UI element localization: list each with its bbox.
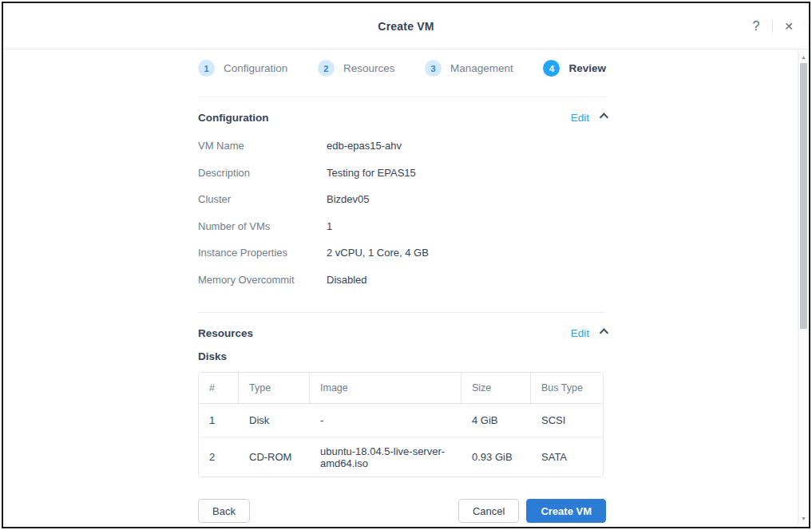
- create-vm-dialog: Create VM ? ✕ 1 Configuration 2 Resource…: [2, 2, 810, 528]
- dialog-titlebar: Create VM ? ✕: [3, 3, 809, 49]
- disks-table-header-row: # Type Image Size Bus Type: [199, 373, 603, 404]
- column-header-image: Image: [310, 373, 461, 404]
- column-header-bus-type: Bus Type: [531, 373, 603, 404]
- field-row-description: Description Testing for EPAS15: [198, 160, 606, 187]
- step-3-label: Management: [450, 62, 513, 74]
- cell-number: 2: [199, 437, 239, 477]
- field-value: edb-epas15-ahv: [327, 140, 606, 152]
- vertical-scrollbar[interactable]: ▲ ▼: [798, 49, 809, 525]
- titlebar-separator: [772, 20, 773, 33]
- resources-section-title: Resources: [198, 327, 253, 339]
- field-row-vm-name: VM Name edb-epas15-ahv: [198, 132, 606, 160]
- cancel-button[interactable]: Cancel: [458, 499, 519, 523]
- resources-section-header: Resources Edit: [198, 325, 606, 341]
- field-value: 1: [327, 220, 606, 232]
- step-2-label: Resources: [343, 62, 395, 74]
- scroll-up-icon[interactable]: ▲: [798, 50, 809, 63]
- field-value: Disabled: [327, 274, 606, 286]
- cell-bus-type: SCSI: [531, 404, 603, 437]
- table-row: 1 Disk - 4 GiB SCSI: [199, 404, 603, 437]
- step-management[interactable]: 3 Management: [425, 60, 513, 77]
- cell-bus-type: SATA: [531, 437, 603, 477]
- step-1-label: Configuration: [224, 62, 287, 74]
- cell-size: 0.93 GiB: [461, 437, 531, 477]
- cell-type: Disk: [239, 404, 310, 437]
- configuration-summary: VM Name edb-epas15-ahv Description Testi…: [198, 132, 606, 293]
- configuration-edit-link[interactable]: Edit: [571, 112, 589, 124]
- step-2-badge: 2: [318, 60, 335, 77]
- cell-type: CD-ROM: [239, 437, 310, 477]
- step-resources[interactable]: 2 Resources: [318, 60, 395, 77]
- step-configuration[interactable]: 1 Configuration: [198, 60, 287, 77]
- cell-image: ubuntu-18.04.5-live-server-amd64.iso: [310, 437, 461, 477]
- column-header-size: Size: [461, 373, 531, 404]
- step-4-badge: 4: [543, 60, 560, 77]
- dialog-footer: Back Cancel Create VM: [198, 499, 606, 523]
- create-vm-button[interactable]: Create VM: [526, 499, 606, 523]
- field-row-cluster: Cluster Bizdev05: [198, 186, 606, 213]
- field-value: Bizdev05: [327, 193, 606, 205]
- wizard-stepper: 1 Configuration 2 Resources 3 Management…: [198, 59, 606, 77]
- configuration-section-title: Configuration: [198, 112, 268, 124]
- configuration-section-header: Configuration Edit: [198, 109, 606, 125]
- field-label: Memory Overcommit: [198, 274, 327, 286]
- step-3-badge: 3: [425, 60, 442, 77]
- cell-number: 1: [199, 404, 239, 437]
- back-button[interactable]: Back: [198, 499, 250, 523]
- scrollbar-thumb[interactable]: [800, 63, 807, 329]
- cell-size: 4 GiB: [461, 404, 531, 437]
- field-label: Number of VMs: [198, 220, 327, 232]
- cell-image: -: [310, 404, 461, 437]
- step-4-label: Review: [568, 62, 606, 74]
- field-row-number-of-vms: Number of VMs 1: [198, 213, 606, 240]
- close-icon[interactable]: ✕: [782, 21, 796, 32]
- step-1-badge: 1: [198, 60, 215, 77]
- field-value: Testing for EPAS15: [327, 167, 606, 179]
- titlebar-controls: ? ✕: [749, 3, 796, 49]
- field-label: Instance Properties: [198, 247, 327, 259]
- chevron-up-icon[interactable]: [600, 113, 608, 121]
- dialog-body: 1 Configuration 2 Resources 3 Management…: [3, 49, 809, 525]
- resources-edit-link[interactable]: Edit: [571, 327, 589, 339]
- column-header-number: #: [199, 373, 239, 404]
- dialog-title: Create VM: [378, 20, 434, 33]
- field-row-memory-overcommit: Memory Overcommit Disabled: [198, 267, 606, 294]
- disks-table: # Type Image Size Bus Type 1 Disk - 4 Gi…: [198, 372, 604, 477]
- step-review[interactable]: 4 Review: [543, 60, 606, 77]
- disks-subheading: Disks: [198, 350, 606, 366]
- help-icon[interactable]: ?: [749, 20, 763, 33]
- field-label: Cluster: [198, 193, 327, 205]
- section-divider: [198, 97, 606, 97]
- field-value: 2 vCPU, 1 Core, 4 GB: [327, 247, 606, 259]
- table-row: 2 CD-ROM ubuntu-18.04.5-live-server-amd6…: [199, 437, 603, 477]
- section-divider: [198, 312, 606, 313]
- field-row-instance-properties: Instance Properties 2 vCPU, 1 Core, 4 GB: [198, 239, 606, 267]
- scroll-down-icon[interactable]: ▼: [798, 512, 809, 524]
- column-header-type: Type: [239, 373, 310, 404]
- field-label: Description: [198, 167, 327, 179]
- chevron-up-icon[interactable]: [600, 328, 608, 337]
- field-label: VM Name: [198, 140, 327, 152]
